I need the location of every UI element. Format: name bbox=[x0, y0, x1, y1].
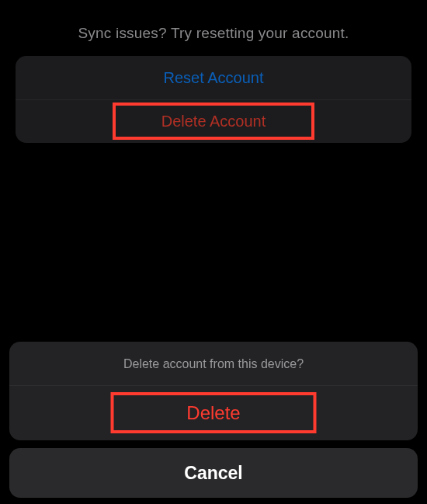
cancel-label: Cancel bbox=[184, 463, 242, 484]
delete-confirm-label: Delete bbox=[186, 402, 240, 424]
action-sheet-card: Delete account from this device? Delete bbox=[9, 342, 418, 440]
reset-account-button[interactable]: Reset Account bbox=[16, 56, 411, 99]
sync-hint-text: Sync issues? Try resetting your account. bbox=[0, 0, 427, 56]
action-sheet: Delete account from this device? Delete … bbox=[0, 342, 427, 498]
account-actions-card: Reset Account Delete Account bbox=[16, 56, 411, 143]
delete-account-button[interactable]: Delete Account bbox=[16, 99, 411, 143]
cancel-button[interactable]: Cancel bbox=[9, 448, 418, 498]
reset-account-label: Reset Account bbox=[164, 69, 264, 87]
delete-account-label: Delete Account bbox=[161, 113, 266, 130]
action-sheet-title: Delete account from this device? bbox=[9, 342, 418, 386]
delete-confirm-button[interactable]: Delete bbox=[9, 386, 418, 440]
